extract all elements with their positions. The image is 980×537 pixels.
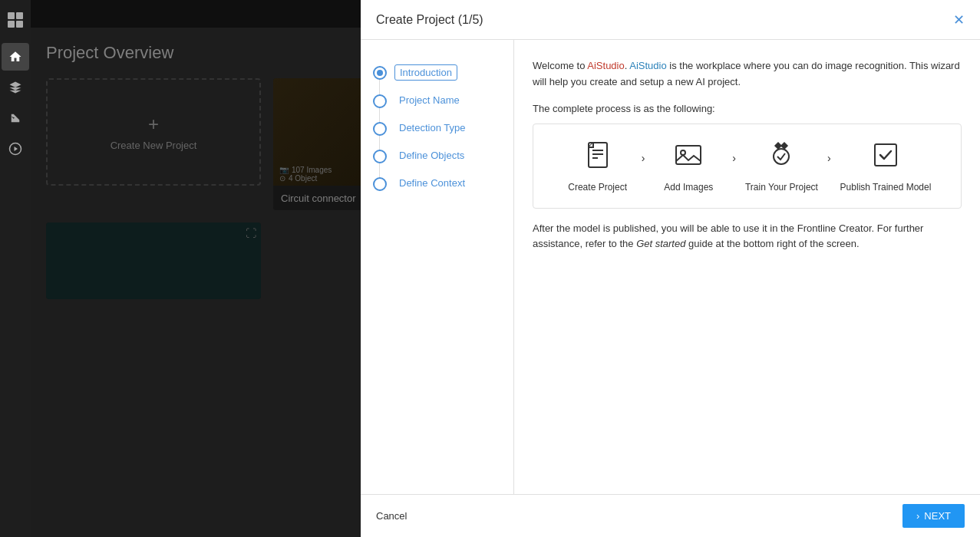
modal-close-button[interactable]: ✕: [953, 12, 965, 28]
process-step-train: Train Your Project: [745, 140, 818, 193]
sidebar-item-play[interactable]: [2, 135, 29, 163]
step-circle-inner: [377, 70, 383, 76]
process-step-create: Create Project: [563, 140, 632, 193]
svg-point-12: [774, 149, 789, 164]
sidebar-item-layers[interactable]: [2, 74, 29, 101]
step-label-project-name: Project Name: [394, 93, 464, 107]
process-steps-visual: Create Project › Add Images: [533, 124, 962, 209]
next-button[interactable]: › NEXT: [902, 504, 965, 528]
next-label: NEXT: [924, 510, 951, 522]
main-area: ai_user Project Overview + Create New Pr…: [31, 0, 980, 537]
add-images-icon: [673, 140, 704, 176]
aistudio-text1: AiStudio: [587, 60, 624, 71]
modal-title: Create Project (1/5): [376, 13, 483, 27]
next-arrow-icon: ›: [916, 510, 919, 522]
modal-left-gap: [31, 0, 361, 537]
train-project-icon: [766, 140, 797, 176]
step-label-define-objects: Define Objects: [394, 148, 469, 163]
process-step-publish: Publish Trained Model: [840, 140, 932, 193]
modal-body: Introduction Project Name Detection Type: [361, 40, 980, 494]
modal-footer: Cancel › NEXT: [361, 494, 980, 537]
svg-rect-0: [8, 12, 15, 19]
aistudio-text2: AiStudio: [629, 60, 666, 71]
process-title: The complete process is as the following…: [533, 103, 962, 114]
train-project-label: Train Your Project: [745, 182, 818, 193]
arrow1: ›: [638, 152, 648, 164]
step-item-introduction[interactable]: Introduction: [373, 58, 501, 87]
create-project-icon: [582, 140, 613, 176]
create-project-modal: Create Project (1/5) ✕ Introduction: [31, 0, 980, 537]
process-step-images: Add Images: [654, 140, 723, 193]
step-label-define-context: Define Context: [394, 176, 470, 190]
step-label-introduction: Introduction: [394, 64, 457, 81]
step-circle-introduction: [373, 66, 387, 80]
content-panel: Welcome to AiStudio. AiStudio is the wor…: [514, 40, 980, 494]
steps-panel: Introduction Project Name Detection Type: [361, 40, 514, 494]
sidebar: [0, 0, 31, 537]
step-item-define-objects[interactable]: Define Objects: [373, 142, 501, 170]
step-circle-project-name: [373, 94, 387, 108]
step-label-detection-type: Detection Type: [394, 120, 470, 135]
svg-rect-10: [676, 146, 701, 164]
step-circle-detection-type: [373, 122, 387, 136]
svg-rect-3: [16, 21, 23, 28]
publish-model-label: Publish Trained Model: [840, 182, 932, 193]
step-circle-define-objects: [373, 150, 387, 163]
step-item-project-name[interactable]: Project Name: [373, 87, 501, 114]
sidebar-item-chart[interactable]: [2, 104, 29, 132]
modal-header: Create Project (1/5) ✕: [361, 0, 980, 40]
sidebar-item-home[interactable]: [2, 43, 29, 71]
intro-paragraph: Welcome to AiStudio. AiStudio is the wor…: [533, 58, 962, 91]
arrow2: ›: [729, 152, 739, 164]
get-started-link: Get started: [636, 238, 685, 249]
svg-marker-5: [15, 147, 18, 151]
after-text-paragraph: After the model is published, you will b…: [533, 221, 962, 253]
svg-rect-2: [8, 21, 15, 28]
add-images-label: Add Images: [664, 182, 713, 193]
app-logo: [2, 6, 29, 34]
cancel-button[interactable]: Cancel: [376, 510, 407, 522]
create-project-label: Create Project: [568, 182, 627, 193]
step-item-detection-type[interactable]: Detection Type: [373, 114, 501, 142]
svg-rect-13: [875, 144, 896, 166]
svg-rect-1: [16, 12, 23, 19]
step-item-define-context[interactable]: Define Context: [373, 170, 501, 197]
step-circle-define-context: [373, 177, 387, 191]
arrow3: ›: [824, 152, 834, 164]
modal-panel: Create Project (1/5) ✕ Introduction: [361, 0, 980, 537]
publish-model-icon: [870, 140, 901, 176]
